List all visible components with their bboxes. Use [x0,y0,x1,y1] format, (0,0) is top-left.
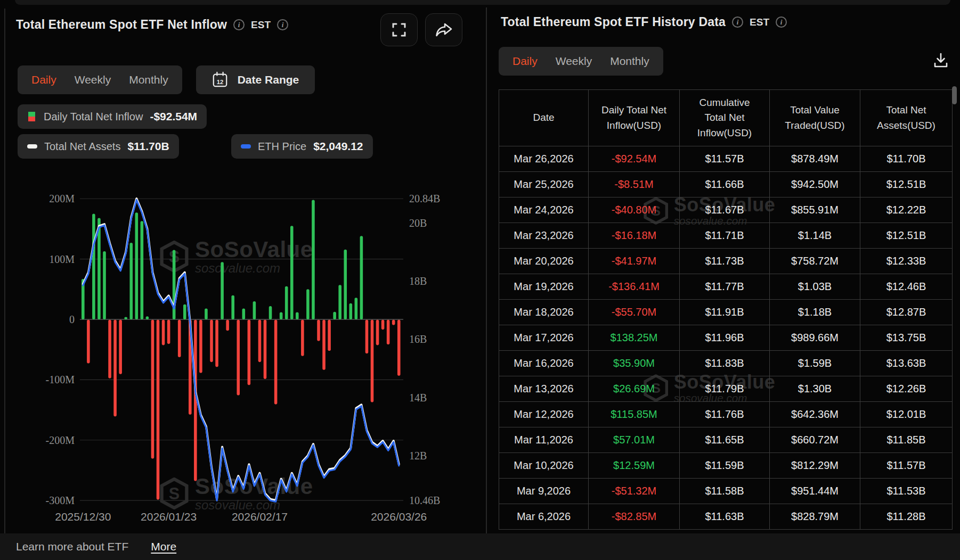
legend-total-net-assets[interactable]: Total Net Assets $11.70B [18,134,179,159]
inflow-bar[interactable] [376,320,379,345]
fullscreen-button[interactable] [380,13,418,46]
tab-weekly[interactable]: Weekly [556,55,592,68]
inflow-bar[interactable] [113,320,117,416]
inflow-bar[interactable] [290,226,294,319]
inflow-bar[interactable] [141,221,144,319]
inflow-bar[interactable] [210,320,213,362]
inflow-bar[interactable] [301,320,304,356]
cell-date: Mar 25,2026 [499,172,589,197]
inflow-bar[interactable] [135,212,139,319]
eth-line-icon [241,144,251,149]
cell-value-traded: $1.59B [770,351,860,376]
inflow-bar[interactable] [248,320,251,385]
inflow-bar[interactable] [349,303,353,319]
tab-daily[interactable]: Daily [31,73,56,86]
info-icon[interactable]: i [776,17,787,28]
inflow-bar[interactable] [183,304,186,319]
inflow-bar[interactable] [199,320,202,373]
inflow-bar[interactable] [274,320,278,405]
table-scrollbar-thumb[interactable] [952,86,957,104]
inflow-bar[interactable] [226,320,229,331]
inflow-bar[interactable] [162,320,165,345]
inflow-bar[interactable] [269,306,272,319]
inflow-bar[interactable] [167,320,170,344]
inflow-bar[interactable] [381,320,385,330]
cell-value-traded: $855.91M [770,197,860,223]
inflow-bar[interactable] [92,214,95,319]
inflow-bar[interactable] [151,320,154,459]
inflow-bar[interactable] [312,200,315,319]
y-axis-label-left: -100M [46,374,75,385]
inflow-bar[interactable] [178,320,181,357]
inflow-bar[interactable] [285,286,288,319]
inflow-bar[interactable] [317,320,320,341]
inflow-bar[interactable] [306,289,310,319]
cell-value-traded: $951.44M [770,479,860,504]
tab-monthly[interactable]: Monthly [610,55,649,68]
inflow-bar[interactable] [205,309,208,319]
cell-net-assets: $11.57B [860,453,953,479]
inflow-bar[interactable] [87,320,90,364]
tab-daily[interactable]: Daily [512,55,538,68]
inflow-bar[interactable] [344,250,347,319]
cell-cumulative-inflow: $11.96B [680,325,770,351]
timezone-label: EST [251,19,271,31]
inflow-bar[interactable] [124,317,127,319]
inflow-bar[interactable] [333,312,336,319]
info-icon[interactable]: i [277,19,288,30]
tab-weekly[interactable]: Weekly [75,73,111,86]
inflow-bar[interactable] [355,298,358,319]
inflow-bar[interactable] [258,320,262,362]
share-button[interactable] [425,13,462,46]
info-icon[interactable]: i [732,17,743,28]
date-range-label: Date Range [238,73,299,86]
cell-cumulative-inflow: $11.63B [680,504,770,530]
inflow-bar[interactable] [296,312,299,319]
date-range-button[interactable]: 12 Date Range [196,65,315,94]
inflow-bar[interactable] [397,320,401,376]
inflow-bar[interactable] [119,320,122,374]
inflow-bar[interactable] [108,320,111,378]
cell-daily-inflow: -$51.32M [589,479,680,504]
inflow-bar[interactable] [221,262,224,319]
legend-daily-net-inflow[interactable]: Daily Total Net Inflow -$92.54M [18,104,207,129]
tab-monthly[interactable]: Monthly [129,73,168,86]
y-axis-label-right: 12B [409,450,427,462]
cell-daily-inflow: $26.69M [589,376,680,402]
inflow-bar[interactable] [360,236,363,319]
inflow-bar[interactable] [242,309,246,319]
inflow-bar[interactable] [280,312,283,319]
inflow-bar[interactable] [237,320,240,396]
footer-text: Learn more about ETF [16,540,128,553]
info-icon[interactable]: i [233,19,245,30]
y-axis-label-right: 18B [409,275,427,287]
table-header-row: Date Daily Total Net Inflow(USD) Cumulat… [499,90,953,146]
timezone-label: EST [750,17,769,28]
inflow-chart[interactable]: 200M100M0-100M-200M-300M 20.84B20B18B16B… [0,160,469,533]
inflow-bar[interactable] [264,320,267,379]
inflow-bar[interactable] [146,316,149,319]
table-row: Mar 10,2026$12.59M$11.59B$812.29M$11.57B [499,453,953,479]
inflow-bar[interactable] [103,251,106,319]
inflow-bar[interactable] [365,320,369,353]
inflow-bar[interactable] [338,285,341,319]
inflow-bar[interactable] [215,320,218,367]
inflow-bar[interactable] [157,320,160,500]
download-button[interactable] [930,50,952,73]
inflow-bar[interactable] [129,243,133,319]
inflow-bar[interactable] [392,320,395,325]
inflow-bar[interactable] [253,301,256,319]
inflow-bar[interactable] [371,320,374,402]
cell-net-assets: $11.28B [860,504,953,530]
inflow-bar[interactable] [328,320,331,351]
inflow-bar[interactable] [387,320,390,344]
inflow-bar[interactable] [231,295,234,319]
panel-divider [486,7,487,533]
inflow-bar[interactable] [322,320,326,370]
cell-date: Mar 23,2026 [499,223,589,249]
x-axis-label: 2026/02/17 [232,510,288,523]
y-axis-label-right: 20.84B [409,193,440,204]
legend-eth-price[interactable]: ETH Price $2,049.12 [231,134,373,159]
cell-cumulative-inflow: $11.65B [680,427,770,453]
footer-more-link[interactable]: More [151,540,176,553]
